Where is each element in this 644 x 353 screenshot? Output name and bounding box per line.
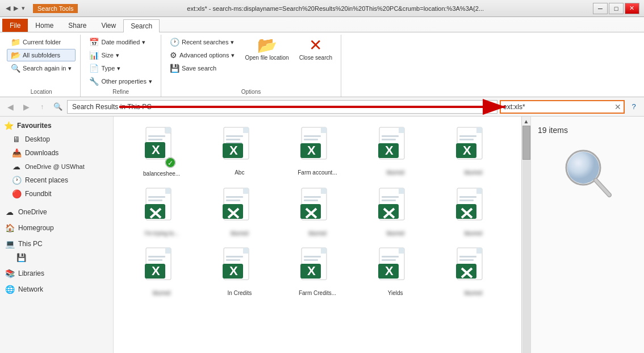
file-item[interactable]: X Yields [359, 244, 432, 299]
file-grid: X ✓ balanceshee... [114, 117, 521, 353]
window-title: ext:xls* - search-ms:displayname=Search%… [165, 5, 506, 12]
thispc-icon: 💻 [5, 239, 15, 249]
svg-rect-53 [243, 188, 249, 194]
refine-group-label: Refine [85, 88, 156, 97]
sidebar-item-libraries[interactable]: 📚 Libraries [0, 267, 113, 280]
sidebar-item-downloads[interactable]: 📥 Downloads [0, 146, 113, 160]
title-bar: ◀ ▶ ▾ Search Tools ext:xls* - search-ms:… [0, 0, 644, 17]
network-icon: 🌐 [5, 284, 15, 294]
up-button[interactable]: ↑ [35, 100, 49, 114]
forward-button[interactable]: ▶ [19, 100, 33, 114]
file-item[interactable]: blurred [359, 184, 432, 239]
sidebar-item-desktop[interactable]: 🖥 Desktop [0, 132, 113, 146]
info-panel: 19 items [530, 117, 644, 353]
svg-rect-47 [148, 200, 162, 201]
forward-icon[interactable]: ▶ [12, 3, 19, 13]
excel-file-icon-alt [144, 187, 180, 228]
search-input[interactable] [503, 103, 614, 111]
breadcrumb[interactable]: Search Results in This PC [67, 100, 497, 114]
file-item[interactable]: X blurred [125, 244, 198, 299]
foundbit-icon: 🔴 [11, 189, 22, 199]
excel-file-icon: X [299, 126, 336, 167]
svg-text:X: X [152, 264, 160, 278]
advanced-options-button[interactable]: ⚙ Advanced options ▾ [166, 49, 239, 61]
sidebar-item-recent[interactable]: 🕐 Recent places [0, 173, 113, 187]
back-icon[interactable]: ◀ [5, 3, 11, 13]
tab-search[interactable]: Search [123, 19, 160, 32]
minimize-button[interactable]: ─ [593, 3, 608, 14]
sidebar-item-network[interactable]: 🌐 Network [0, 283, 113, 296]
file-item[interactable]: blurred [203, 184, 276, 239]
close-search-icon: ✕ [309, 38, 322, 53]
date-modified-button[interactable]: 📅 Date modified ▾ [85, 36, 156, 48]
file-item[interactable]: I'm trying to... [125, 184, 198, 239]
sidebar-item-homegroup[interactable]: 🏠 Homegroup [0, 221, 113, 235]
current-folder-button[interactable]: 📁 Current folder [7, 36, 76, 48]
subfolders-icon: 📂 [11, 51, 20, 60]
file-name: blurred [387, 230, 404, 236]
ribbon: File Home Share View Search 📁 Current fo… [0, 17, 644, 97]
sidebar-item-foundbit[interactable]: 🔴 Foundbit [0, 187, 113, 201]
location-buttons: 📁 Current folder 📂 All subfolders 🔍 Sear… [7, 36, 76, 88]
sidebar-item-favourites[interactable]: ⭐ Favourites [0, 119, 113, 132]
maximize-button[interactable]: □ [609, 3, 624, 14]
file-item[interactable]: X blurred [359, 123, 432, 180]
file-item[interactable]: X Abc [203, 123, 276, 180]
search-box[interactable]: ✕ [500, 100, 625, 114]
svg-rect-107 [382, 256, 399, 258]
file-name: balanceshee... [143, 171, 180, 177]
open-file-location-button[interactable]: 📂 Open file location [241, 36, 292, 63]
excel-file-icon: X [377, 126, 413, 167]
svg-line-122 [596, 180, 609, 195]
file-item[interactable]: blurred [437, 184, 510, 239]
tab-file[interactable]: File [2, 19, 28, 32]
file-item[interactable]: blurred [437, 244, 510, 299]
down-icon[interactable]: ▾ [20, 3, 26, 13]
search-clear-button[interactable]: ✕ [614, 102, 621, 111]
file-item[interactable]: X ✓ balanceshee... [125, 123, 198, 180]
svg-rect-39 [459, 135, 476, 137]
tab-view[interactable]: View [94, 19, 123, 32]
options-col1: 🕐 Recent searches ▾ ⚙ Advanced options ▾… [166, 36, 239, 74]
file-item[interactable]: X Farm Credits... [281, 244, 354, 299]
excel-file-icon-alt [221, 187, 258, 228]
svg-rect-45 [165, 188, 171, 194]
item-count: 19 items [538, 126, 568, 135]
file-item[interactable]: X blurred [437, 123, 510, 180]
svg-text:X: X [229, 264, 238, 278]
sidebar-item-thispc[interactable]: 💻 This PC [0, 237, 113, 251]
sidebar-item-thispc-sub[interactable]: 💾 [0, 251, 113, 264]
close-button[interactable]: ✕ [625, 3, 639, 14]
close-search-button[interactable]: ✕ Close search [295, 36, 336, 63]
svg-rect-17 [226, 135, 243, 137]
file-item[interactable]: X Farm account... [281, 123, 354, 180]
save-search-button[interactable]: 💾 Save search [166, 62, 239, 74]
file-name: Abc [235, 169, 244, 176]
search-again-button[interactable]: 🔍 Search again in ▾ [7, 62, 76, 74]
file-name: Yields [388, 290, 403, 296]
scroll-track[interactable] [522, 126, 530, 353]
all-subfolders-button[interactable]: 📂 All subfolders [7, 49, 76, 61]
file-item[interactable]: blurred [281, 184, 354, 239]
scroll-thumb[interactable] [522, 126, 530, 160]
other-properties-button[interactable]: 🔧 Other properties ▾ [85, 75, 156, 88]
back-button[interactable]: ◀ [3, 100, 17, 114]
help-button[interactable]: ? [627, 100, 641, 114]
sidebar-item-onedrive[interactable]: ☁ OneDrive [0, 205, 113, 219]
svg-rect-5 [148, 135, 165, 137]
tab-share[interactable]: Share [61, 19, 94, 32]
file-item[interactable]: X In Credits [203, 244, 276, 299]
type-button[interactable]: 📄 Type ▾ [85, 62, 156, 74]
refine-buttons: 📅 Date modified ▾ 📊 Size ▾ 📄 Type ▾ [85, 36, 156, 88]
recent-searches-button[interactable]: 🕐 Recent searches ▾ [166, 36, 239, 48]
options-buttons: 🕐 Recent searches ▾ ⚙ Advanced options ▾… [166, 36, 336, 88]
recent-places-icon: 🕐 [11, 175, 22, 185]
svg-rect-26 [304, 139, 318, 140]
svg-rect-33 [382, 139, 396, 140]
tab-home[interactable]: Home [28, 19, 61, 32]
ribbon-group-refine: 📅 Date modified ▾ 📊 Size ▾ 📄 Type ▾ [81, 35, 161, 97]
size-button[interactable]: 📊 Size ▾ [85, 49, 156, 61]
svg-rect-16 [243, 127, 249, 133]
sidebar-item-onedrive-work[interactable]: ☁ OneDrive @ USWhat [0, 160, 113, 173]
scroll-up-button[interactable]: ▲ [522, 117, 530, 126]
